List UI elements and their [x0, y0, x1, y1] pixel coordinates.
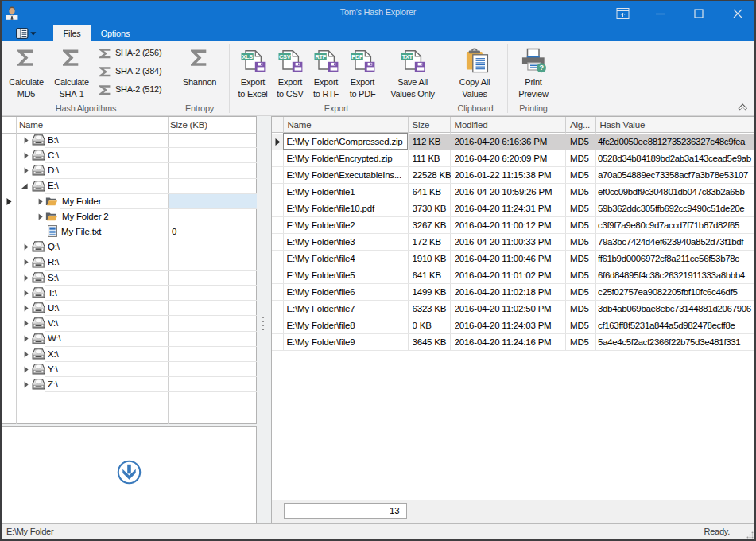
svg-text:CSV: CSV	[279, 53, 291, 60]
svg-text:RTF: RTF	[315, 53, 326, 60]
svg-text:TXT: TXT	[402, 53, 413, 60]
svg-text:XLS: XLS	[242, 53, 253, 60]
svg-text:?: ?	[539, 64, 543, 72]
svg-text:PDF: PDF	[351, 53, 363, 60]
